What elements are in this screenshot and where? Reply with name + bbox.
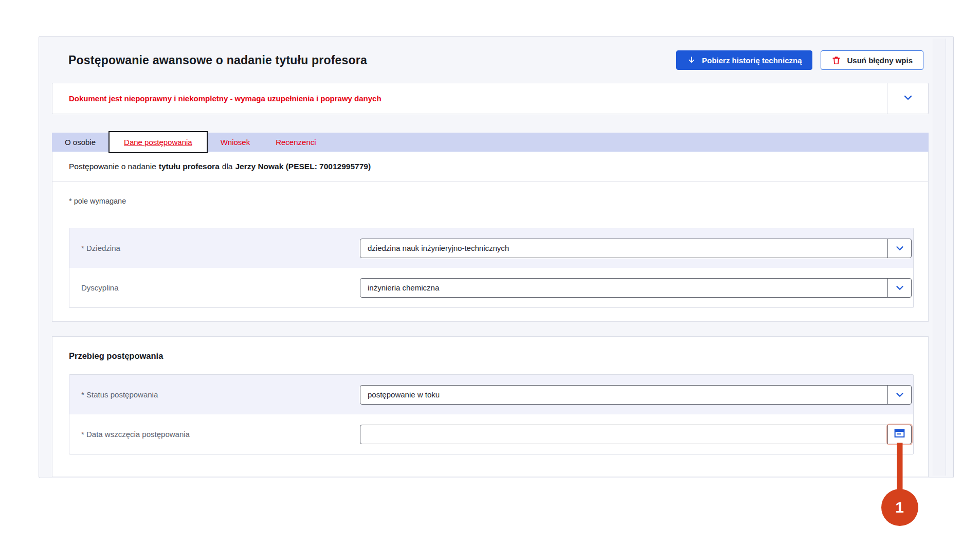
download-button-label: Pobierz historię techniczną <box>702 56 802 65</box>
download-icon <box>687 56 696 65</box>
field-row-dziedzina: * Dziedzina dziedzina nauk inżynieryjno-… <box>69 228 913 268</box>
delete-invalid-entry-button[interactable]: Usuń błędny wpis <box>821 50 923 70</box>
status-select-value: postępowanie w toku <box>360 386 887 404</box>
progress-section: Przebieg postępowania * Status postępowa… <box>52 336 929 477</box>
chevron-down-icon[interactable] <box>887 386 911 404</box>
dziedzina-select[interactable]: dziedzina nauk inżynieryjno-technicznych <box>360 239 912 258</box>
dyscyplina-select-value: inżynieria chemiczna <box>360 279 887 297</box>
dyscyplina-label: Dyscyplina <box>69 283 360 292</box>
data-wszczecia-input[interactable] <box>360 425 887 444</box>
validation-warning-text: Dokument jest niepoprawny i niekompletny… <box>52 83 887 114</box>
trash-icon <box>831 56 841 65</box>
chevron-down-icon[interactable] <box>887 279 911 297</box>
page-title: Postępowanie awansowe o nadanie tytułu p… <box>68 53 367 67</box>
dyscyplina-select[interactable]: inżynieria chemiczna <box>360 278 912 298</box>
header-actions: Pobierz historię techniczną Usuń błędny … <box>676 50 923 70</box>
subject-procedure-type: tytułu profesora <box>159 162 220 171</box>
download-technical-history-button[interactable]: Pobierz historię techniczną <box>676 50 812 70</box>
data-wszczecia-control: 1 <box>360 425 912 444</box>
annotation-badge-1: 1 <box>881 489 918 526</box>
status-select[interactable]: postępowanie w toku <box>360 385 912 405</box>
fields-panel-progress: * Status postępowania postępowanie w tok… <box>69 374 914 454</box>
tab-wniosek[interactable]: Wniosek <box>208 133 263 152</box>
field-row-data-wszczecia: * Data wszczęcia postępowania <box>69 414 913 454</box>
required-note: * pole wymagane <box>52 181 928 205</box>
subject-person: Jerzy Nowak (PESEL: 70012995779) <box>235 162 371 171</box>
tab-o-osobie[interactable]: O osobie <box>52 133 108 152</box>
data-wszczecia-label: * Data wszczęcia postępowania <box>69 430 360 439</box>
tab-dane-postepowania-label: Dane postępowania <box>124 138 192 147</box>
delete-button-label: Usuń błędny wpis <box>847 56 913 65</box>
tab-recenzenci[interactable]: Recenzenci <box>263 133 329 152</box>
fields-panel-classification: * Dziedzina dziedzina nauk inżynieryjno-… <box>69 228 914 308</box>
page-header: Postępowanie awansowe o nadanie tytułu p… <box>52 37 929 72</box>
vertical-scrollbar[interactable] <box>933 39 946 476</box>
classification-section: Postępowanie o nadanie tytułu profesora … <box>52 152 929 322</box>
subject-line: Postępowanie o nadanie tytułu profesora … <box>52 152 928 181</box>
main-card: Postępowanie awansowe o nadanie tytułu p… <box>39 36 954 478</box>
dziedzina-select-value: dziedzina nauk inżynieryjno-technicznych <box>360 239 887 258</box>
date-picker-icon <box>893 427 906 442</box>
date-picker-button[interactable]: 1 <box>887 425 911 444</box>
status-label: * Status postępowania <box>69 390 360 399</box>
tab-dane-postepowania[interactable]: Dane postępowania <box>108 131 208 153</box>
progress-section-heading: Przebieg postępowania <box>52 337 928 361</box>
chevron-down-icon <box>902 92 914 106</box>
dziedzina-label: * Dziedzina <box>69 244 360 252</box>
annotation-connector-line <box>897 443 902 492</box>
tab-bar: O osobie Dane postępowania Wniosek Recen… <box>52 133 929 152</box>
validation-warning-banner: Dokument jest niepoprawny i niekompletny… <box>52 83 929 114</box>
field-row-status: * Status postępowania postępowanie w tok… <box>69 375 913 414</box>
warning-expand-button[interactable] <box>887 83 928 114</box>
subject-prefix: Postępowanie o nadanie <box>69 162 156 171</box>
annotation-badge-number: 1 <box>895 499 904 516</box>
chevron-down-icon[interactable] <box>887 239 911 258</box>
field-row-dyscyplina: Dyscyplina inżynieria chemiczna <box>69 268 913 307</box>
subject-connector: dla <box>222 162 233 171</box>
